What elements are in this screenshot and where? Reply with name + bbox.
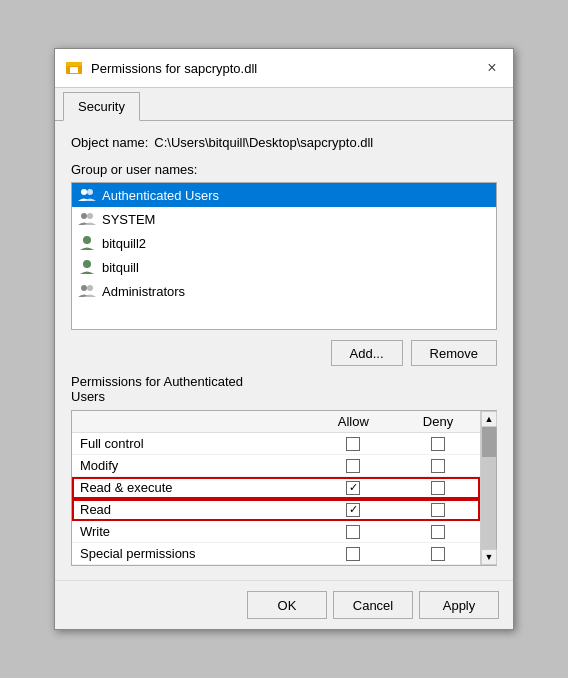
object-name-row: Object name: C:\Users\bitquill\Desktop\s… xyxy=(71,135,497,150)
object-name-label: Object name: xyxy=(71,135,148,150)
list-item[interactable]: SYSTEM xyxy=(72,207,496,231)
user-list[interactable]: Authenticated Users SYSTEM bitquill2 xyxy=(71,182,497,330)
deny-cell xyxy=(396,543,480,565)
table-row: Special permissions xyxy=(72,543,480,565)
user-name: bitquill xyxy=(102,260,139,275)
svg-rect-2 xyxy=(70,67,78,73)
allow-checkbox-write[interactable] xyxy=(346,525,360,539)
group-icon xyxy=(78,210,96,228)
user-buttons: Add... Remove xyxy=(71,340,497,366)
allow-checkbox-read[interactable]: ✓ xyxy=(346,503,360,517)
svg-point-3 xyxy=(81,189,87,195)
table-scrollbar[interactable]: ▲ ▼ xyxy=(480,411,496,565)
tab-security[interactable]: Security xyxy=(63,92,140,121)
deny-cell xyxy=(396,477,480,499)
perm-name: Write xyxy=(72,521,311,543)
allow-cell xyxy=(311,433,396,455)
table-row: Read & execute ✓ xyxy=(72,477,480,499)
allow-cell xyxy=(311,455,396,477)
remove-button[interactable]: Remove xyxy=(411,340,497,366)
apply-button[interactable]: Apply xyxy=(419,591,499,619)
col-header-allow: Allow xyxy=(311,411,396,433)
allow-cell: ✓ xyxy=(311,499,396,521)
perm-name: Read & execute xyxy=(72,477,311,499)
table-row: Read ✓ xyxy=(72,499,480,521)
svg-point-8 xyxy=(83,260,91,268)
deny-checkbox-modify[interactable] xyxy=(431,459,445,473)
list-item[interactable]: bitquill2 xyxy=(72,231,496,255)
dialog-footer: OK Cancel Apply xyxy=(55,580,513,629)
allow-cell xyxy=(311,543,396,565)
tabs-bar: Security xyxy=(55,88,513,121)
scroll-thumb[interactable] xyxy=(482,427,496,457)
group-icon xyxy=(78,186,96,204)
deny-cell xyxy=(396,455,480,477)
deny-cell xyxy=(396,521,480,543)
svg-point-4 xyxy=(87,189,93,195)
user-name: Authenticated Users xyxy=(102,188,219,203)
deny-checkbox-write[interactable] xyxy=(431,525,445,539)
user-name: bitquill2 xyxy=(102,236,146,251)
allow-checkbox-read-execute[interactable]: ✓ xyxy=(346,481,360,495)
deny-cell xyxy=(396,433,480,455)
permissions-table: Allow Deny Full control xyxy=(72,411,480,565)
table-row: Full control xyxy=(72,433,480,455)
add-button[interactable]: Add... xyxy=(331,340,403,366)
scroll-up-button[interactable]: ▲ xyxy=(481,411,497,427)
deny-checkbox-full-control[interactable] xyxy=(431,437,445,451)
svg-rect-1 xyxy=(66,62,82,66)
perm-name: Full control xyxy=(72,433,311,455)
user-icon xyxy=(78,258,96,276)
table-row: Modify xyxy=(72,455,480,477)
group-icon xyxy=(78,282,96,300)
deny-cell xyxy=(396,499,480,521)
deny-checkbox-special[interactable] xyxy=(431,547,445,561)
user-icon xyxy=(78,234,96,252)
table-row: Write xyxy=(72,521,480,543)
list-item[interactable]: bitquill xyxy=(72,255,496,279)
svg-point-9 xyxy=(81,285,87,291)
list-item[interactable]: Authenticated Users xyxy=(72,183,496,207)
allow-checkbox-modify[interactable] xyxy=(346,459,360,473)
deny-checkbox-read[interactable] xyxy=(431,503,445,517)
permissions-header: Permissions for AuthenticatedUsers xyxy=(71,374,497,404)
dialog-title: Permissions for sapcrypto.dll xyxy=(91,61,473,76)
perm-name: Read xyxy=(72,499,311,521)
title-bar: Permissions for sapcrypto.dll × xyxy=(55,49,513,88)
svg-point-5 xyxy=(81,213,87,219)
scroll-track xyxy=(481,427,496,549)
deny-checkbox-read-execute[interactable] xyxy=(431,481,445,495)
allow-cell xyxy=(311,521,396,543)
user-name: SYSTEM xyxy=(102,212,155,227)
svg-point-6 xyxy=(87,213,93,219)
col-header-deny: Deny xyxy=(396,411,480,433)
list-item[interactable]: Administrators xyxy=(72,279,496,303)
allow-cell: ✓ xyxy=(311,477,396,499)
user-name: Administrators xyxy=(102,284,185,299)
object-name-value: C:\Users\bitquill\Desktop\sapcrypto.dll xyxy=(154,135,373,150)
group-label: Group or user names: xyxy=(71,162,497,177)
dialog-icon xyxy=(65,59,83,77)
svg-point-7 xyxy=(83,236,91,244)
permissions-table-wrapper: Allow Deny Full control xyxy=(71,410,497,566)
allow-checkbox-special[interactable] xyxy=(346,547,360,561)
perm-name: Modify xyxy=(72,455,311,477)
svg-point-10 xyxy=(87,285,93,291)
col-header-name xyxy=(72,411,311,433)
perm-name: Special permissions xyxy=(72,543,311,565)
close-button[interactable]: × xyxy=(481,57,503,79)
scroll-down-button[interactable]: ▼ xyxy=(481,549,497,565)
table-header-row: Allow Deny xyxy=(72,411,480,433)
tab-content: Object name: C:\Users\bitquill\Desktop\s… xyxy=(55,121,513,580)
ok-button[interactable]: OK xyxy=(247,591,327,619)
cancel-button[interactable]: Cancel xyxy=(333,591,413,619)
allow-checkbox-full-control[interactable] xyxy=(346,437,360,451)
dialog: Permissions for sapcrypto.dll × Security… xyxy=(54,48,514,630)
